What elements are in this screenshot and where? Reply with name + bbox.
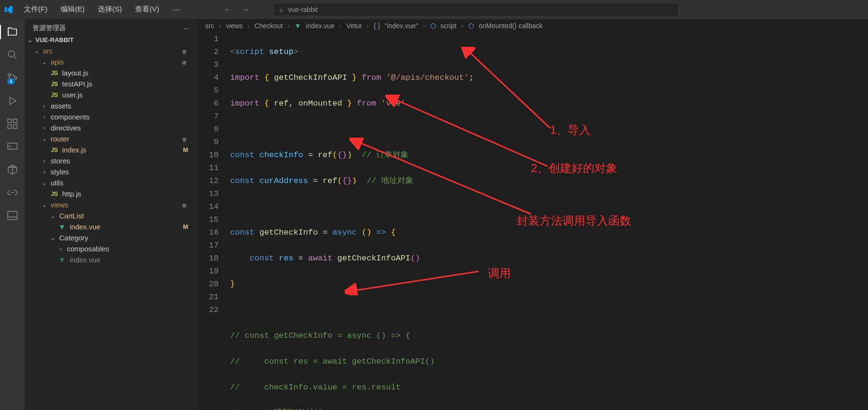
vscode-icon: [4, 5, 13, 14]
menu-file[interactable]: 文件(F): [18, 2, 53, 18]
svg-rect-10: [8, 211, 17, 219]
folder-apis[interactable]: ⌄apis●: [25, 56, 197, 67]
search-text: vue-rabbit: [288, 6, 318, 13]
vue-icon: ▼: [295, 22, 301, 30]
folder-category[interactable]: ⌄Category: [25, 232, 197, 243]
activity-bar: 4: [0, 19, 25, 410]
file-cartlist-index-vue[interactable]: ▼index.vueM: [25, 221, 197, 232]
folder-src[interactable]: ⌄src●: [25, 45, 197, 56]
file-http-js[interactable]: JShttp.js: [25, 188, 197, 199]
title-bar: 文件(F) 编辑(E) 选择(S) 查看(V) ··· ← → ⌕ vue-ra…: [0, 0, 868, 19]
svg-rect-5: [13, 119, 17, 123]
file-router-index-js[interactable]: JSindex.jsM: [25, 144, 197, 155]
svg-rect-6: [8, 125, 11, 129]
svg-rect-7: [13, 125, 17, 129]
scm-badge: 4: [7, 78, 15, 85]
extensions-icon[interactable]: [5, 117, 20, 131]
svg-point-0: [8, 51, 14, 57]
box-icon[interactable]: [5, 162, 20, 177]
project-header[interactable]: ⌄ VUE-RABBIT: [25, 34, 197, 45]
explorer-more-icon[interactable]: ···: [183, 24, 189, 32]
folder-assets[interactable]: ›assets: [25, 100, 197, 111]
sidebar: 资源管理器 ··· ⌄ VUE-RABBIT ⌄src● ⌄apis● JSla…: [25, 19, 197, 410]
folder-views[interactable]: ⌄views●: [25, 199, 197, 210]
menu-more[interactable]: ···: [167, 2, 185, 18]
folder-components[interactable]: ›components: [25, 111, 197, 122]
link-icon[interactable]: [5, 185, 20, 200]
cube-icon: ⬡: [468, 22, 474, 30]
folder-stores[interactable]: ›stores: [25, 155, 197, 166]
breadcrumbs[interactable]: src› views› Checkout› ▼index.vue› Vetur›…: [197, 19, 868, 32]
folder-directives[interactable]: ›directives: [25, 122, 197, 133]
folder-cartlist[interactable]: ⌄CartList: [25, 210, 197, 221]
menu-select[interactable]: 选择(S): [92, 2, 127, 18]
code-editor[interactable]: 1234 5678 9101112 13141516 17181920 2122…: [197, 32, 868, 410]
braces-icon: { }: [374, 22, 380, 30]
nav-forward-icon[interactable]: →: [241, 5, 249, 15]
cube-icon: ⬡: [430, 22, 436, 30]
menu-edit[interactable]: 编辑(E): [55, 2, 90, 18]
panel-icon[interactable]: [5, 208, 20, 223]
folder-styles[interactable]: ›styles: [25, 166, 197, 177]
source-control-icon[interactable]: 4: [5, 71, 20, 85]
file-layout-js[interactable]: JSlayout.js: [25, 67, 197, 78]
svg-rect-4: [8, 119, 11, 123]
file-testapi-js[interactable]: JStestAPI.js: [25, 78, 197, 89]
nav-back-icon[interactable]: ←: [223, 5, 232, 15]
menu-view[interactable]: 查看(V): [129, 2, 165, 18]
run-debug-icon[interactable]: [5, 94, 20, 108]
code-content[interactable]: <script setup> import { getCheckInfoAPI …: [230, 32, 868, 410]
folder-utils[interactable]: ⌄utils: [25, 177, 197, 188]
project-name: VUE-RABBIT: [35, 36, 74, 43]
file-user-js[interactable]: JSuser.js: [25, 89, 197, 100]
folder-router[interactable]: ⌄router●: [25, 133, 197, 144]
line-numbers: 1234 5678 9101112 13141516 17181920 2122: [197, 32, 230, 410]
svg-point-1: [8, 74, 11, 76]
explorer-title: 资源管理器: [32, 24, 66, 32]
menu-bar: 文件(F) 编辑(E) 选择(S) 查看(V) ···: [18, 2, 185, 18]
folder-composables[interactable]: ›composables: [25, 243, 197, 254]
svg-point-9: [10, 146, 11, 147]
nav-arrows: ← →: [223, 5, 249, 15]
search-activity-icon[interactable]: [5, 48, 20, 62]
remote-icon[interactable]: [5, 140, 20, 154]
file-category-index-vue[interactable]: ▼index.vue: [25, 254, 197, 265]
file-tree: ⌄src● ⌄apis● JSlayout.js JStestAPI.js JS…: [25, 45, 197, 410]
search-icon: ⌕: [279, 6, 283, 13]
command-center[interactable]: ⌕ vue-rabbit: [273, 3, 679, 16]
editor-area: rCart.vue ▼ index.vue ..\CartList M JS c…: [197, 19, 868, 410]
svg-point-3: [14, 76, 17, 79]
explorer-icon[interactable]: [5, 25, 20, 39]
